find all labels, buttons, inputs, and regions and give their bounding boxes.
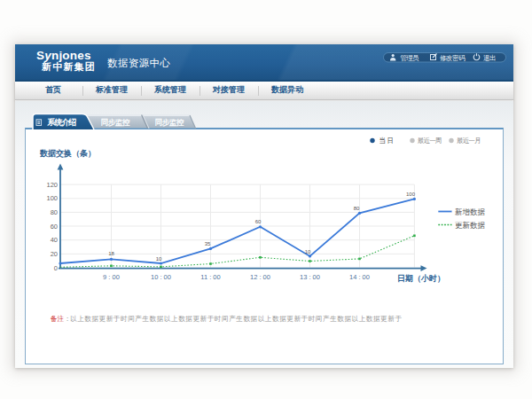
svg-text:60: 60 — [51, 223, 58, 231]
svg-text:10 : 00: 10 : 00 — [151, 273, 171, 281]
svg-text:最近一周: 最近一周 — [418, 137, 442, 145]
svg-text:日期（小时）: 日期（小时） — [397, 274, 445, 283]
svg-text:0: 0 — [54, 264, 58, 272]
svg-text:管理员: 管理员 — [401, 54, 420, 62]
svg-text:100: 100 — [46, 194, 58, 202]
svg-text:80: 80 — [51, 208, 58, 216]
svg-text:100: 100 — [406, 192, 416, 197]
svg-text:40: 40 — [51, 236, 58, 244]
svg-text:系统介绍: 系统介绍 — [47, 118, 77, 127]
svg-text:最近一月: 最近一月 — [457, 137, 481, 145]
svg-text:12 : 00: 12 : 00 — [250, 273, 270, 281]
svg-text:120: 120 — [46, 181, 58, 189]
svg-text:35: 35 — [205, 241, 211, 246]
svg-text:修改密码: 修改密码 — [440, 54, 466, 62]
svg-text:60: 60 — [255, 219, 262, 224]
svg-text:18: 18 — [108, 251, 114, 256]
svg-text:20: 20 — [51, 250, 58, 258]
svg-text:10: 10 — [156, 256, 162, 262]
svg-text:13 : 00: 13 : 00 — [300, 273, 320, 281]
svg-text:数据交换（条）: 数据交换（条） — [39, 149, 96, 158]
svg-text:14 : 00: 14 : 00 — [349, 273, 370, 281]
svg-text:当日: 当日 — [379, 137, 395, 145]
svg-text:同步监控: 同步监控 — [101, 118, 131, 127]
svg-text:11 : 00: 11 : 00 — [200, 273, 220, 281]
svg-text:退出: 退出 — [483, 54, 497, 62]
svg-text:9 : 00: 9 : 00 — [103, 273, 120, 281]
svg-text:同步监控: 同步监控 — [155, 118, 185, 127]
svg-text:备注：以上数据更新于时间产生数据以上数据更新于时间产生数据以: 备注：以上数据更新于时间产生数据以上数据更新于时间产生数据以上数据更新于时间产生… — [50, 315, 402, 323]
svg-text:新增数据: 新增数据 — [455, 207, 486, 216]
svg-text:80: 80 — [354, 206, 360, 211]
svg-text:更新数据: 更新数据 — [455, 221, 486, 230]
svg-text:10: 10 — [305, 249, 311, 254]
